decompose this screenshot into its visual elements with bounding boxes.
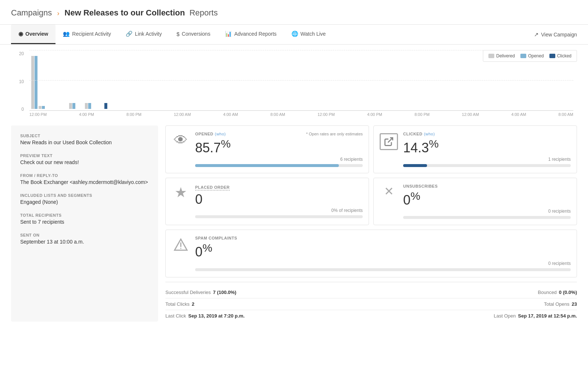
campaigns-link[interactable]: Campaigns xyxy=(11,8,52,17)
bar-opened-3 xyxy=(72,103,75,109)
opened-who[interactable]: (who) xyxy=(215,132,226,136)
placed-value: 0 xyxy=(195,192,363,207)
stat-opened-card: 👁 OPENED (who) * Open rates are only est… xyxy=(165,125,369,173)
reports-text: Reports xyxy=(187,8,218,17)
bar-delivered-1 xyxy=(31,56,34,109)
tab-watch-live[interactable]: 🌐 Watch Live xyxy=(284,25,333,44)
total-opens-value: 23 xyxy=(572,301,577,307)
bar-delivered-4 xyxy=(85,103,88,109)
stat-spam-card: SPAM COMPLAINTS 0% 0 recipients xyxy=(165,230,577,277)
svg-line-0 xyxy=(388,138,393,143)
unsub-label: UNSUBSCRIBES xyxy=(403,184,571,188)
bottom-stats: Successful Deliveries 7 (100.0%) Bounced… xyxy=(165,282,577,322)
clicked-who[interactable]: (who) xyxy=(424,132,435,136)
placed-label: PLACED ORDER xyxy=(195,185,230,191)
last-open-value: Sep 17, 2019 at 12:54 p.m. xyxy=(518,313,577,319)
tab-overview[interactable]: ◉ Overview xyxy=(11,25,55,44)
stat-unsub-header: ✕ UNSUBSCRIBES 0% 0 recipients xyxy=(380,184,571,219)
bar-opened-4 xyxy=(88,103,91,109)
clicked-bar-bg xyxy=(403,164,571,167)
info-recipients: TOTAL RECIPIENTS Sent to 7 recipients xyxy=(20,213,149,225)
legend-clicked-label: Clicked xyxy=(557,53,571,58)
y-label-0: 0 xyxy=(21,107,24,112)
tab-recipient-label: Recipient Activity xyxy=(72,31,111,37)
stat-placed-card: ★ PLACED ORDER 0 0% of recipients xyxy=(165,178,369,226)
view-campaign-icon: ↗ xyxy=(534,31,539,38)
x-label-6: 12:00 PM xyxy=(318,112,335,117)
unsub-icon: ✕ xyxy=(380,185,398,197)
tab-link-label: Link Activity xyxy=(135,31,162,37)
right-panel: 👁 OPENED (who) * Open rates are only est… xyxy=(165,125,577,322)
spam-bar-bg xyxy=(195,268,571,271)
bar-delivered-2 xyxy=(39,106,42,109)
last-click-item: Last Click Sep 13, 2019 at 7:20 p.m. xyxy=(165,313,245,319)
recipient-icon: 👥 xyxy=(63,31,70,37)
clicked-icon xyxy=(380,133,398,150)
total-clicks-item: Total Clicks 2 xyxy=(165,301,194,307)
x-label-2: 8:00 PM xyxy=(126,112,141,117)
legend-opened-label: Opened xyxy=(528,53,544,58)
link-icon: 🔗 xyxy=(126,31,133,37)
spam-icon xyxy=(172,237,190,254)
clicked-content: CLICKED (who) 14.3% 1 recipients xyxy=(403,132,571,167)
stat-clicked-card: CLICKED (who) 14.3% 1 recipients xyxy=(373,125,577,173)
legend-delivered-swatch xyxy=(488,54,494,58)
successful-deliveries-value: 7 (100.0%) xyxy=(213,290,237,295)
placed-sub: 0% of recipients xyxy=(195,208,363,213)
clicked-bar-fill xyxy=(403,164,427,167)
info-from: FROM / REPLY-TO The Book Exchanger <ashl… xyxy=(20,173,149,185)
opened-value: 85.7% xyxy=(195,138,363,155)
view-campaign-label: View Campaign xyxy=(541,32,577,38)
spam-label: SPAM COMPLAINTS xyxy=(195,236,571,240)
opened-icon: 👁 xyxy=(172,133,190,147)
view-campaign-link[interactable]: ↗ View Campaign xyxy=(534,25,577,44)
legend-opened-swatch xyxy=(520,54,526,58)
total-clicks-value: 2 xyxy=(192,301,194,307)
tab-conversions[interactable]: $ Conversions xyxy=(169,25,218,44)
spam-content: SPAM COMPLAINTS 0% 0 recipients xyxy=(195,236,571,271)
total-opens-label: Total Opens xyxy=(544,301,569,307)
opened-bar-fill xyxy=(195,164,339,167)
y-label-20: 20 xyxy=(19,51,24,56)
preview-value: Check out our new reads! xyxy=(20,159,149,165)
bar-delivered-3 xyxy=(69,103,72,109)
placed-content: PLACED ORDER 0 0% of recipients xyxy=(195,184,363,219)
page-header: Campaigns › New Releases to our Collecti… xyxy=(0,0,588,25)
clicked-sub: 1 recipients xyxy=(403,157,571,162)
y-label-10: 10 xyxy=(19,79,24,84)
bar-clicked-5 xyxy=(104,103,107,109)
unsub-content: UNSUBSCRIBES 0% 0 recipients xyxy=(403,184,571,219)
last-open-label: Last Open xyxy=(494,313,516,319)
bounced-label: Bounced xyxy=(538,290,557,295)
clicked-label-row: CLICKED (who) xyxy=(403,132,571,136)
x-label-3: 12:00 AM xyxy=(174,112,191,117)
stat-opened-header: 👁 OPENED (who) * Open rates are only est… xyxy=(172,132,363,167)
opened-bar-bg xyxy=(195,164,363,167)
unsub-sub: 0 recipients xyxy=(403,209,571,214)
tab-watch-label: Watch Live xyxy=(301,31,326,37)
x-label-9: 12:00 AM xyxy=(462,112,479,117)
recipients-label: TOTAL RECIPIENTS xyxy=(20,213,149,217)
x-label-8: 8:00 PM xyxy=(415,112,430,117)
last-click-label: Last Click xyxy=(165,313,186,319)
total-clicks-label: Total Clicks xyxy=(165,301,190,307)
clicked-value: 14.3% xyxy=(403,138,571,155)
bottom-row-2: Total Clicks 2 Total Opens 23 xyxy=(165,298,577,310)
opened-note: * Open rates are only estimates xyxy=(306,132,363,136)
legend-opened: Opened xyxy=(520,53,544,58)
bar-opened-2 xyxy=(42,106,45,109)
breadcrumb: Campaigns › New Releases to our Collecti… xyxy=(11,8,577,18)
unsub-value: 0% xyxy=(403,190,571,208)
tab-link-activity[interactable]: 🔗 Link Activity xyxy=(118,25,169,44)
subject-label: SUBJECT xyxy=(20,134,149,138)
legend-delivered-label: Delivered xyxy=(496,53,515,58)
tab-advanced-label: Advanced Reports xyxy=(234,31,276,37)
stats-top-row: 👁 OPENED (who) * Open rates are only est… xyxy=(165,125,577,173)
tab-advanced-reports[interactable]: 📊 Advanced Reports xyxy=(218,25,284,44)
conversions-icon: $ xyxy=(176,31,179,37)
grid-line-mid xyxy=(29,80,573,81)
tab-recipient-activity[interactable]: 👥 Recipient Activity xyxy=(55,25,118,44)
legend-clicked: Clicked xyxy=(549,53,571,58)
opened-top-row: OPENED (who) * Open rates are only estim… xyxy=(195,132,363,136)
left-panel: SUBJECT New Reads in our Used Book Colle… xyxy=(11,125,158,322)
